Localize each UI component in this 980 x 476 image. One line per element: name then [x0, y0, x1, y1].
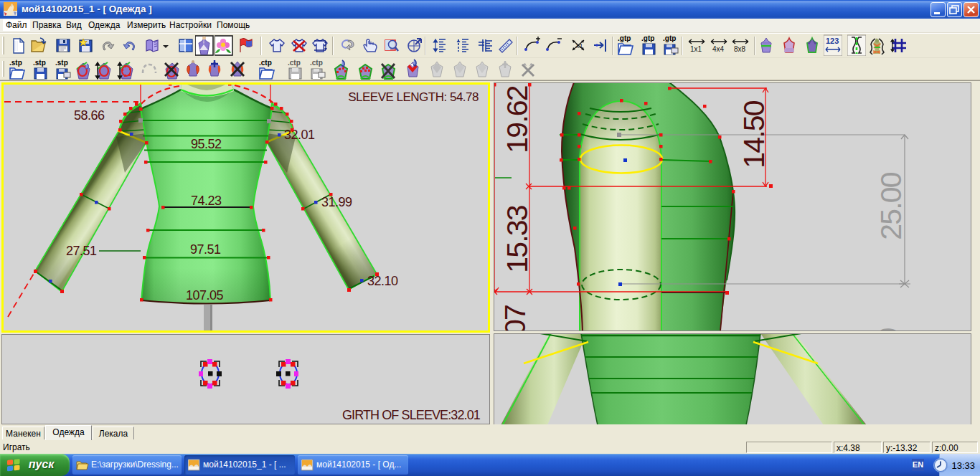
svg-text:31.99: 31.99	[321, 195, 352, 209]
svg-text:.stp: .stp	[55, 59, 68, 67]
svg-text:.ctp: .ctp	[310, 59, 323, 67]
svg-text:.ctp: .ctp	[259, 59, 272, 67]
svg-text:107.05: 107.05	[186, 288, 224, 303]
svg-text:.gtp: .gtp	[663, 34, 676, 42]
svg-text:95.52: 95.52	[191, 137, 222, 151]
svg-text:32.10: 32.10	[367, 274, 398, 288]
svg-text:x1: x1	[576, 42, 583, 49]
svg-text:27.51: 27.51	[66, 244, 97, 258]
svg-text:.ctp: .ctp	[288, 59, 301, 67]
svg-text:97.51: 97.51	[190, 242, 221, 257]
svg-text:19.62: 19.62	[501, 86, 534, 153]
svg-text:07: 07	[499, 305, 532, 331]
svg-text:SLEEVE LENGTH: 54.78: SLEEVE LENGTH: 54.78	[348, 90, 479, 104]
svg-text:.gtp: .gtp	[618, 34, 631, 42]
svg-text:15.33: 15.33	[501, 206, 534, 273]
svg-text:14.50: 14.50	[738, 100, 771, 168]
svg-text:25.00: 25.00	[875, 172, 908, 240]
svg-text:GIRTH OF SLEEVE:32.01: GIRTH OF SLEEVE:32.01	[342, 408, 481, 422]
svg-text:8x8: 8x8	[734, 45, 746, 53]
svg-text:1x1: 1x1	[690, 45, 702, 53]
svg-text:.stp: .stp	[9, 59, 22, 67]
svg-text:32.01: 32.01	[284, 128, 315, 142]
svg-text:74.23: 74.23	[191, 194, 222, 208]
svg-text:.stp: .stp	[33, 59, 46, 67]
svg-text:123: 123	[826, 37, 839, 45]
svg-text:4x4: 4x4	[712, 45, 725, 53]
svg-text:.gtp: .gtp	[641, 34, 654, 42]
svg-text:58.66: 58.66	[74, 108, 105, 123]
